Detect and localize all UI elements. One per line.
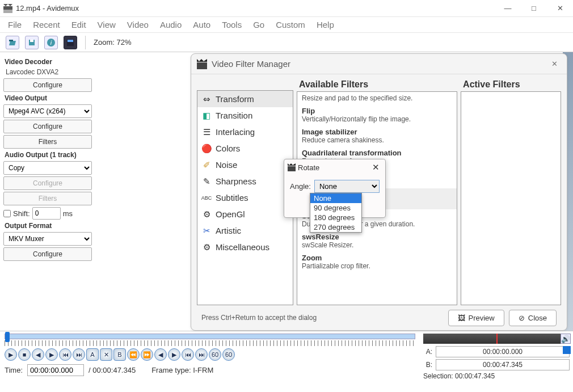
menu-auto[interactable]: Auto	[188, 18, 215, 31]
shift-checkbox[interactable]	[3, 210, 11, 217]
format-configure-button[interactable]: Configure	[3, 247, 92, 261]
svg-rect-2	[9, 40, 13, 41]
clapper-icon	[197, 59, 207, 69]
video-filters-button[interactable]: Filters	[3, 135, 92, 149]
close-button[interactable]: ✕	[547, 0, 573, 17]
dialog-close-button[interactable]: ✕	[548, 58, 561, 69]
menu-tools[interactable]: Tools	[217, 18, 246, 31]
next-frame-button[interactable]: ▶	[45, 348, 58, 361]
angle-option-270[interactable]: 270 degrees	[310, 222, 361, 232]
angle-option-90[interactable]: 90 degrees	[310, 203, 361, 213]
angle-dropdown-list[interactable]: None 90 degrees 180 degrees 270 degrees	[310, 193, 362, 233]
menubar: File Recent Edit View Video Audio Auto T…	[0, 17, 573, 33]
set-marker-a-button[interactable]: A	[86, 348, 99, 361]
category-sharpness[interactable]: ✎Sharpness	[197, 173, 293, 189]
menu-custom[interactable]: Custom	[271, 18, 310, 31]
timeline-ticks	[5, 340, 415, 346]
open-icon[interactable]	[6, 36, 19, 49]
category-transition[interactable]: ◧Transition	[197, 107, 293, 124]
preview-button[interactable]: 🖼Preview	[448, 310, 504, 326]
svg-rect-8	[68, 40, 73, 42]
active-filters-list[interactable]	[461, 91, 561, 305]
filter-item[interactable]: swsResizeswScale Resizer.	[297, 230, 457, 251]
nav-bar[interactable]	[423, 334, 570, 344]
transform-icon: ⇔	[202, 95, 211, 104]
filter-item[interactable]: Image stabilizerReduce camera shakiness.	[297, 125, 457, 146]
audio-output-label: Audio Output (1 track)	[5, 151, 92, 159]
decoder-configure-button[interactable]: Configure	[3, 78, 92, 92]
category-list[interactable]: ⇔Transform ◧Transition ☰Interlacing 🔴Col…	[197, 90, 293, 305]
menu-video[interactable]: Video	[123, 18, 153, 31]
minimize-button[interactable]: —	[495, 0, 521, 17]
next-keyframe-button[interactable]: ⏭	[73, 348, 85, 361]
play-button[interactable]: ▶	[5, 348, 17, 361]
menu-go[interactable]: Go	[248, 18, 269, 31]
speaker-icon[interactable]: 🔊	[561, 334, 571, 344]
toolbar-divider	[85, 36, 86, 49]
time-input[interactable]	[27, 364, 84, 376]
vu-meter	[563, 346, 571, 354]
category-miscellaneous[interactable]: ⚙Miscellaneous	[197, 239, 293, 255]
save-icon[interactable]	[25, 36, 39, 49]
noise-icon: ✐	[202, 161, 211, 170]
close-dialog-button[interactable]: ⊘Close	[509, 310, 557, 326]
close-icon: ⊘	[519, 314, 525, 322]
video-output-select[interactable]: Mpeg4 AVC (x264)	[3, 104, 92, 118]
timeline-knob[interactable]	[5, 332, 10, 342]
angle-option-180[interactable]: 180 degrees	[310, 213, 361, 222]
fwd-1min-button[interactable]: 60	[222, 348, 235, 361]
filter-item[interactable]: Resize and pad to the specified size.	[297, 92, 457, 104]
filter-item[interactable]: ZoomPartializable crop filter.	[297, 251, 457, 272]
time-label: Time:	[5, 366, 23, 374]
prev-cut-button[interactable]: ◀	[154, 348, 167, 361]
filter-item[interactable]: FlipVertically/Horizontally flip the ima…	[297, 104, 457, 125]
goto-marker-b-button[interactable]: ⏩	[141, 348, 153, 361]
window-title: 12.mp4 - Avidemux	[16, 4, 79, 12]
menu-view[interactable]: View	[93, 18, 120, 31]
set-marker-b-button[interactable]: B	[113, 348, 126, 361]
titlebar: 12.mp4 - Avidemux — □ ✕	[0, 0, 573, 17]
menu-edit[interactable]: Edit	[67, 18, 91, 31]
last-frame-button[interactable]: ⏭	[195, 348, 208, 361]
output-format-label: Output Format	[5, 222, 92, 230]
svg-rect-10	[288, 166, 296, 171]
category-opengl[interactable]: ⚙OpenGl	[197, 206, 293, 222]
audio-filters-button[interactable]: Filters	[3, 192, 92, 205]
video-configure-button[interactable]: Configure	[3, 120, 92, 133]
delete-button[interactable]: ✕	[100, 348, 112, 361]
calculator-icon[interactable]	[64, 36, 77, 49]
next-cut-button[interactable]: ▶	[168, 348, 180, 361]
maximize-button[interactable]: □	[521, 0, 547, 17]
artistic-icon: ✂	[202, 226, 211, 235]
angle-option-none[interactable]: None	[310, 193, 361, 203]
category-subtitles[interactable]: ABCSubtitles	[197, 189, 293, 206]
marker-a-label: A:	[423, 348, 432, 356]
goto-marker-a-button[interactable]: ⏪	[127, 348, 140, 361]
menu-file[interactable]: File	[3, 18, 26, 31]
category-artistic[interactable]: ✂Artistic	[197, 222, 293, 239]
category-transform[interactable]: ⇔Transform	[197, 91, 293, 107]
angle-select[interactable]: None	[314, 180, 380, 193]
menu-recent[interactable]: Recent	[28, 18, 65, 31]
svg-rect-1	[3, 10, 12, 13]
opengl-icon: ⚙	[202, 210, 211, 219]
stop-button[interactable]: ■	[18, 348, 31, 361]
category-colors[interactable]: 🔴Colors	[197, 140, 293, 157]
back-1min-button[interactable]: 60	[209, 348, 221, 361]
audio-configure-button[interactable]: Configure	[3, 176, 92, 190]
rotate-close-button[interactable]: ✕	[370, 162, 382, 172]
info-icon[interactable]: i	[44, 36, 58, 49]
shift-input[interactable]	[32, 207, 61, 220]
output-format-select[interactable]: MKV Muxer	[3, 232, 92, 246]
sidebar: Video Decoder Lavcodec DXVA2 Configure V…	[0, 52, 95, 331]
video-output-label: Video Output	[5, 94, 92, 102]
menu-help[interactable]: Help	[312, 18, 339, 31]
audio-output-select[interactable]: Copy	[3, 161, 92, 175]
prev-keyframe-button[interactable]: ⏮	[59, 348, 71, 361]
menu-audio[interactable]: Audio	[155, 18, 186, 31]
first-frame-button[interactable]: ⏮	[182, 348, 194, 361]
category-noise[interactable]: ✐Noise	[197, 157, 293, 173]
category-interlacing[interactable]: ☰Interlacing	[197, 124, 293, 140]
timeline-slider[interactable]	[5, 334, 415, 339]
prev-frame-button[interactable]: ◀	[32, 348, 44, 361]
